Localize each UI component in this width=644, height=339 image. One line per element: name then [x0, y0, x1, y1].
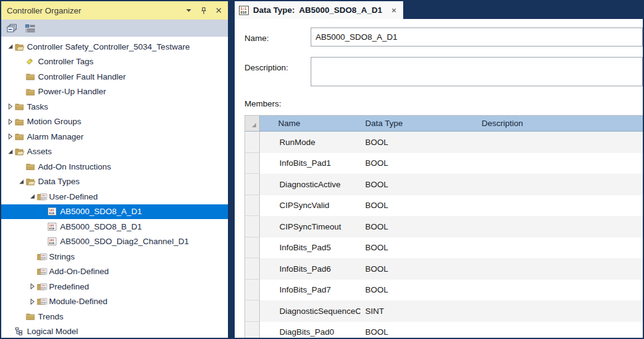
expand-arrow-icon[interactable] [28, 299, 37, 305]
tree-item-controller-fault-handler[interactable]: Controller Fault Handler [1, 69, 228, 84]
member-data-type-cell[interactable]: BOOL [360, 258, 477, 280]
expand-arrow-icon[interactable] [6, 119, 15, 125]
tree-item-alarm-manager[interactable]: Alarm Manager [1, 129, 228, 144]
member-data-type-cell[interactable]: BOOL [360, 174, 477, 195]
tree-item-module-defined[interactable]: 101010Module-Defined [1, 294, 228, 310]
member-data-type-cell[interactable]: BOOL [360, 216, 477, 237]
member-name-cell[interactable]: DiagBits_Pad0 [260, 322, 360, 338]
member-description-cell[interactable] [477, 153, 643, 174]
member-name-cell[interactable]: RunMode [260, 132, 360, 153]
tree-item-assets[interactable]: Assets [1, 144, 228, 160]
row-header-cell[interactable] [245, 132, 260, 153]
row-header-cell[interactable] [245, 258, 260, 280]
window-position-icon[interactable] [186, 8, 192, 13]
collapse-arrow-icon[interactable] [6, 43, 15, 50]
row-header-cell[interactable] [245, 280, 260, 301]
grid-corner-cell[interactable] [245, 116, 260, 132]
row-header-cell[interactable] [245, 216, 260, 237]
member-name-cell[interactable]: InfoBits_Pad1 [260, 153, 360, 174]
member-data-type-cell[interactable]: BOOL [360, 195, 477, 217]
tree-item-add-on-instructions[interactable]: Add-On Instructions [1, 159, 228, 174]
members-label: Members: [244, 99, 281, 108]
row-header-cell[interactable] [245, 237, 260, 259]
member-name-cell[interactable]: InfoBits_Pad5 [260, 237, 360, 259]
udt-group-icon: 101010 [37, 297, 48, 305]
collapse-arrow-icon[interactable] [6, 149, 15, 155]
tree-item-motion-groups[interactable]: Motion Groups [1, 114, 228, 130]
tree-item-add-on-defined[interactable]: 101010Add-On-Defined [1, 264, 228, 280]
tab-close-icon[interactable]: × [392, 6, 396, 15]
collapse-all-icon[interactable] [6, 22, 18, 34]
tree-item-label: Motion Groups [26, 117, 81, 126]
tree-item-ab5000-sdo8-a-d1[interactable]: 101010AB5000_SDO8_A_D1 [1, 204, 228, 220]
expand-arrow-icon[interactable] [28, 283, 37, 289]
description-input[interactable] [311, 57, 643, 86]
expand-arrow-icon[interactable] [6, 103, 15, 110]
member-description-cell[interactable] [477, 132, 643, 153]
member-name-cell[interactable]: CIPSyncValid [260, 195, 360, 217]
member-description-cell[interactable] [477, 174, 643, 195]
member-data-type-cell[interactable]: BOOL [360, 132, 477, 153]
member-description-cell[interactable] [477, 280, 643, 301]
member-name-cell[interactable]: InfoBits_Pad7 [260, 280, 360, 301]
tree-item-label: Alarm Manager [26, 132, 83, 141]
organizer-options-icon[interactable] [24, 22, 36, 34]
name-label: Name: [244, 34, 269, 43]
tree-item-ab5000-sdo8-b-d1[interactable]: 101010AB5000_SDO8_B_D1 [1, 219, 228, 234]
svg-text:010: 010 [41, 256, 46, 259]
tree-item-label: Logical Model [26, 327, 78, 336]
tree-item-user-defined[interactable]: 101010User-Defined [1, 189, 228, 204]
row-header-cell[interactable] [245, 322, 260, 338]
close-icon[interactable] [216, 7, 222, 13]
member-name-cell[interactable]: InfoBits_Pad6 [260, 258, 360, 280]
open-folder-icon [15, 43, 26, 51]
tree-item-tasks[interactable]: Tasks [1, 99, 228, 114]
pin-icon[interactable] [200, 7, 207, 15]
tree-item-controller-tags[interactable]: Controller Tags [1, 54, 228, 70]
member-data-type-cell[interactable]: BOOL [360, 322, 477, 338]
svg-text:010: 010 [41, 196, 46, 199]
tree-item-strings[interactable]: 101010Strings [1, 249, 228, 264]
tree-item-data-types[interactable]: Data Types [1, 174, 228, 190]
tree-item-controller-safety-controller-5034-testware[interactable]: Controller Safety_Controller_5034_Testwa… [1, 39, 228, 54]
column-header-data-type[interactable]: Data Type [360, 116, 477, 132]
folder-icon [15, 103, 26, 110]
corner-triangle-icon [252, 123, 256, 127]
member-description-cell[interactable] [477, 300, 643, 322]
member-name-cell[interactable]: DiagnosticActive [260, 174, 360, 195]
member-data-type-cell[interactable]: BOOL [360, 280, 477, 301]
tab-data-type[interactable]: 1:1 010 Data Type: AB5000_SDO8_A_D1 × [235, 1, 403, 19]
member-name-cell[interactable]: DiagnosticSequenceCount [260, 300, 360, 322]
member-data-type-cell[interactable]: BOOL [360, 153, 477, 174]
tree-item-label: Assets [26, 147, 52, 156]
tree-item-predefined[interactable]: 101010Predefined [1, 279, 228, 294]
member-data-type-cell[interactable]: SINT [360, 300, 477, 322]
svg-text:010: 010 [240, 10, 246, 14]
member-name-cell[interactable]: CIPSyncTimeout [260, 216, 360, 237]
member-row-infobits_pad1: InfoBits_Pad1BOOL [245, 153, 643, 174]
tree-item-ab5000-sdo-diag2-channel-d1[interactable]: 101010AB5000_SDO_Diag2_Channel_D1 [1, 234, 228, 250]
member-description-cell[interactable] [477, 216, 643, 237]
member-description-cell[interactable] [477, 322, 643, 338]
row-header-cell[interactable] [245, 195, 260, 217]
collapse-arrow-icon[interactable] [28, 193, 37, 199]
name-input[interactable] [311, 28, 643, 47]
row-header-cell[interactable] [245, 153, 260, 174]
member-row-infobits_pad5: InfoBits_Pad5BOOL [245, 237, 643, 259]
tree-item-trends[interactable]: Trends [1, 309, 228, 324]
column-header-name[interactable]: Name [260, 116, 360, 132]
tree-item-logical-model[interactable]: Logical Model [1, 324, 228, 338]
member-row-infobits_pad7: InfoBits_Pad7BOOL [245, 280, 643, 301]
member-description-cell[interactable] [477, 258, 643, 280]
member-description-cell[interactable] [477, 237, 643, 259]
row-header-cell[interactable] [245, 300, 260, 322]
column-header-description[interactable]: Description [477, 116, 643, 132]
collapse-arrow-icon[interactable] [17, 179, 26, 185]
tree-item-label: Controller Tags [37, 57, 94, 66]
tree-item-power-up-handler[interactable]: Power-Up Handler [1, 84, 228, 100]
expand-arrow-icon[interactable] [6, 133, 15, 140]
member-data-type-cell[interactable]: BOOL [360, 237, 477, 259]
row-header-cell[interactable] [245, 174, 260, 195]
member-description-cell[interactable] [477, 195, 643, 217]
svg-text:101: 101 [49, 223, 55, 226]
